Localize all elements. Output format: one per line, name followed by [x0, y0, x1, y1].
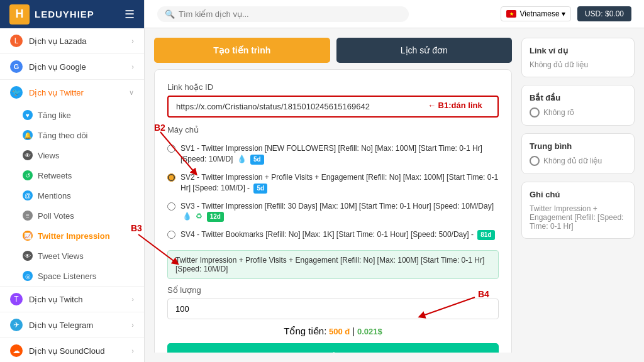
server-radio-sv3[interactable] [167, 202, 175, 211]
sidebar-item-twitch[interactable]: T Dịch vụ Twitch › [0, 287, 144, 312]
server-option-sv3[interactable]: SV3 - Twitter Impression [Refill: 30 Day… [167, 197, 499, 226]
sub-item-mentions[interactable]: @ Mentions [0, 185, 144, 206]
sub-item-views[interactable]: 👁 Views [0, 145, 144, 165]
server-text-sv3: SV3 - Twitter Impression [Refill: 30 Day… [180, 201, 499, 222]
chevron-icon-twitch: › [131, 295, 134, 303]
average-card: Trung bình Không đủ dữ liệu [521, 133, 635, 174]
impression-icon: 📈 [23, 231, 33, 241]
content-area: Tạo tiến trình Lịch sử đơn Link hoặc ID … [145, 28, 644, 362]
twitter-icon: 🐦 [10, 86, 23, 99]
total-vnd: 500 đ [329, 327, 350, 336]
chevron-icon-lazada: › [131, 37, 134, 45]
clock-icon-average [530, 156, 540, 166]
start-sub: Không rõ [543, 108, 574, 117]
sub-label-poll-votes: Poll Votes [38, 211, 74, 221]
sub-item-poll-votes[interactable]: ≡ Poll Votes [0, 206, 144, 226]
telegram-icon: ✈ [10, 319, 23, 331]
link-input[interactable] [167, 96, 499, 118]
total-area: Tổng tiền: 500 đ | 0.021$ [167, 326, 499, 337]
google-icon: G [10, 60, 23, 73]
sidebar-item-lazada[interactable]: L Dịch vụ Lazada › [0, 28, 144, 53]
server-option-sv4[interactable]: SV4 - Twitter Bookmarks [Refill: No] [Ma… [167, 226, 499, 244]
sidebar-label-lazada: Dịch vụ Lazada [29, 36, 87, 46]
server-radio-sv1[interactable] [167, 145, 175, 153]
create-button-top[interactable]: Tạo tiến trình [154, 38, 330, 63]
sidebar-label-twitch: Dịch vụ Twitch [29, 295, 82, 304]
sub-label-tang-like: Tăng like [38, 111, 71, 120]
sub-item-tang-theo-doi[interactable]: 🔔 Tăng theo dõi [0, 125, 144, 145]
sub-item-tang-like[interactable]: ♥ Tăng like [0, 105, 144, 125]
clock-icon-start [530, 107, 540, 118]
sidebar-label-google: Dịch vụ Google [29, 62, 86, 72]
poll-icon: ≡ [23, 211, 33, 221]
server-text-sv2: SV2 - Twitter Impression + Profile Visit… [180, 172, 499, 194]
bell-icon: 🔔 [23, 130, 33, 140]
sidebar-section-soundcloud: ☁ Dịch vụ SoundCloud › [0, 338, 144, 362]
sidebar-label-twitter: Dịch vụ Twitter [29, 88, 84, 97]
sidebar: H LEDUYHIEP ☰ L Dịch vụ Lazada › G Dịch … [0, 0, 145, 362]
link-label: Link hoặc ID [167, 82, 499, 92]
recycle-icon-sv3: ♻ [196, 212, 203, 221]
sub-label-views: Views [38, 151, 59, 160]
sidebar-item-twitter[interactable]: 🐦 Dịch vụ Twitter ∨ [0, 80, 144, 105]
sub-item-retweets[interactable]: ↺ Retweets [0, 165, 144, 185]
sub-label-tweet-views: Tweet Views [38, 251, 84, 261]
flag-icon: ★ [506, 10, 516, 18]
sidebar-section-twitch: T Dịch vụ Twitch › [0, 287, 144, 312]
sidebar-item-telegram[interactable]: ✈ Dịch vụ Telegram › [0, 312, 144, 337]
qty-label: Số lượng [167, 285, 499, 295]
total-label: Tổng tiền: [284, 326, 326, 336]
language-button[interactable]: ★ Vietnamese ▾ [501, 6, 571, 21]
space-icon: ◎ [23, 271, 33, 281]
sub-item-tweet-views[interactable]: 👁 Tweet Views [0, 246, 144, 266]
main-content: 🔍 ★ Vietnamese ▾ USD: $0.00 Tạo tiến trì… [145, 0, 644, 362]
twitter-submenu: ♥ Tăng like 🔔 Tăng theo dõi 👁 Views ↺ Re… [0, 105, 144, 286]
logo-area: H LEDUYHIEP [9, 4, 94, 25]
average-sub: Không đủ dữ liệu [543, 156, 602, 165]
server-label: Máy chủ [167, 125, 499, 134]
server-option-sv1[interactable]: SV1 - Twitter Impression [NEW FOLLOWERS]… [167, 140, 499, 168]
sub-label-tang-theo-doi: Tăng theo dõi [38, 131, 88, 140]
sub-label-retweets: Retweets [38, 171, 72, 180]
badge-sv3: 12d [207, 212, 224, 222]
submit-button[interactable]: Tạo tiến trình [167, 343, 499, 353]
total-separator: | [352, 326, 357, 336]
like-icon: ♥ [23, 110, 33, 120]
qty-input[interactable] [167, 299, 499, 319]
sub-item-twitter-impression[interactable]: 📈 Twitter Impression [0, 226, 144, 246]
note-title: Ghi chú [530, 190, 626, 199]
language-label: Vietnamese ▾ [519, 9, 565, 18]
mention-icon: @ [23, 190, 33, 200]
link-example-title: Link ví dụ [530, 46, 626, 55]
sidebar-label-telegram: Dịch vụ Telegram [29, 321, 93, 330]
chevron-icon-google: › [131, 63, 134, 70]
sub-label-mentions: Mentions [38, 191, 71, 200]
badge-sv4: 81d [477, 230, 494, 240]
hamburger-menu[interactable]: ☰ [125, 8, 135, 21]
balance-button[interactable]: USD: $0.00 [577, 6, 631, 21]
server-option-sv2[interactable]: SV2 - Twitter Impression + Profile Visit… [167, 168, 499, 197]
soundcloud-icon: ☁ [10, 344, 23, 357]
eye-icon: 👁 [23, 150, 33, 160]
history-button[interactable]: Lịch sử đơn [336, 38, 513, 63]
search-icon: 🔍 [165, 9, 175, 19]
search-input[interactable] [179, 9, 401, 19]
twitch-icon: T [10, 293, 23, 305]
search-area: 🔍 [157, 6, 409, 22]
sidebar-header: H LEDUYHIEP ☰ [0, 0, 144, 28]
chevron-icon-twitter: ∨ [129, 89, 134, 97]
server-radio-sv4[interactable] [167, 231, 175, 239]
sidebar-section-telegram: ✈ Dịch vụ Telegram › [0, 312, 144, 338]
form-card: Link hoặc ID Máy chủ SV1 - Twitter Impre… [154, 69, 512, 353]
retweet-icon: ↺ [23, 170, 33, 180]
note-sub: Twitter Impression + Engagement [Refill:… [530, 204, 626, 231]
sidebar-section-google: G Dịch vụ Google › [0, 54, 144, 80]
logo-icon: H [9, 4, 30, 25]
description-box: Twitter Impression + Profile Visits + En… [167, 250, 499, 279]
total-usd: 0.021$ [357, 327, 382, 336]
sidebar-item-google[interactable]: G Dịch vụ Google › [0, 54, 144, 79]
server-radio-sv2[interactable] [167, 173, 175, 182]
sidebar-item-soundcloud[interactable]: ☁ Dịch vụ SoundCloud › [0, 338, 144, 362]
sub-item-space-listeners[interactable]: ◎ Space Listeners [0, 266, 144, 286]
average-title: Trung bình [530, 141, 626, 151]
